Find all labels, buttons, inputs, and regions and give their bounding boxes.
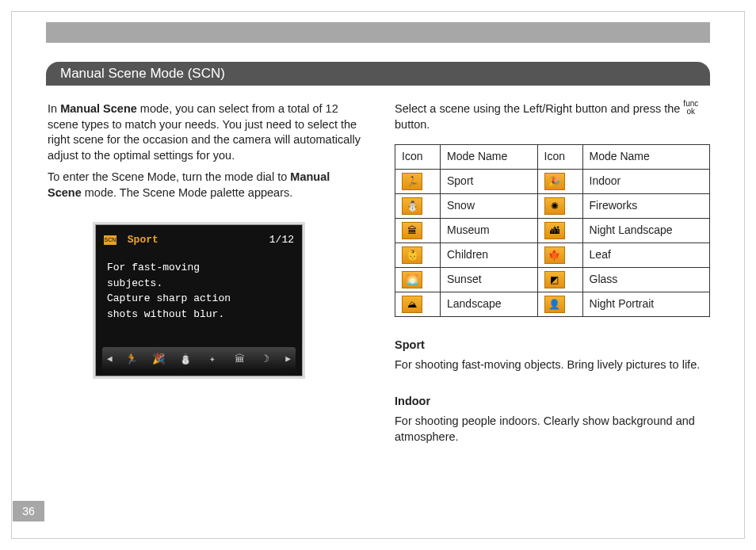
- lcd-description: For fast-moving subjects. Capture sharp …: [107, 260, 291, 322]
- table-row: 🌅 Sunset ◩ Glass: [395, 267, 710, 292]
- lcd-line: Capture sharp action: [107, 291, 291, 307]
- mode-name: Glass: [582, 267, 709, 292]
- table-header-row: Icon Mode Name Icon Mode Name: [395, 144, 710, 169]
- arrow-left-icon: ◀: [107, 353, 113, 365]
- scene-modes-table: Icon Mode Name Icon Mode Name 🏃 Sport 🎉 …: [395, 144, 710, 317]
- lcd-line: subjects.: [107, 276, 291, 292]
- mode-name: Museum: [441, 218, 538, 243]
- text: button.: [395, 118, 430, 131]
- landscape-icon: ⛰: [402, 296, 422, 313]
- text: mode. The Scene Mode palette appears.: [82, 186, 293, 199]
- thumb-sport-icon: 🏃: [124, 351, 139, 367]
- mode-name: Sport: [441, 169, 538, 193]
- mode-name: Fireworks: [582, 193, 709, 218]
- sport-heading: Sport: [395, 338, 710, 353]
- mode-name: Landscape: [441, 292, 538, 316]
- indoor-description: For shooting people indoors. Clearly sho…: [395, 414, 710, 445]
- thumb-sunset-icon: ☽: [258, 351, 274, 367]
- table-row: ⛄ Snow ✺ Fireworks: [395, 193, 710, 218]
- th-icon: Icon: [537, 144, 582, 169]
- th-name: Mode Name: [582, 144, 709, 169]
- thumb-fireworks-icon: ✦: [204, 351, 220, 367]
- museum-icon: 🏛: [402, 222, 422, 239]
- page-number: 36: [13, 501, 44, 521]
- night-portrait-icon: 👤: [544, 296, 565, 313]
- thumb-indoor-icon: 🎉: [151, 351, 166, 367]
- mode-name: Children: [441, 243, 538, 267]
- lcd-counter: 1/12: [269, 233, 294, 247]
- table-row: 👶 Children 🍁 Leaf: [395, 243, 710, 267]
- sport-description: For shooting fast-moving objects. Bring …: [395, 357, 710, 373]
- func-ok-icon: funcok: [683, 100, 698, 116]
- snow-icon: ⛄: [402, 197, 422, 215]
- mode-name: Sunset: [441, 267, 538, 292]
- text: To enter the Scene Mode, turn the mode d…: [48, 170, 290, 183]
- text: Select a scene using the Left/Right butt…: [395, 102, 683, 115]
- thumb-snow-icon: ⛄: [178, 351, 193, 367]
- lcd-header: SCN Sport 1/12: [104, 233, 294, 247]
- lcd-mode: SCN Sport: [104, 233, 158, 247]
- text: In: [48, 102, 60, 115]
- mode-name: Night Portrait: [582, 292, 709, 316]
- indoor-icon: 🎉: [544, 173, 565, 190]
- lcd-thumb-bar: ◀ 🏃 🎉 ⛄ ✦ 🏛 ☽ ▶: [102, 347, 296, 371]
- night-landscape-icon: 🏙: [544, 222, 565, 239]
- th-name: Mode Name: [441, 144, 538, 169]
- sport-icon: 🏃: [402, 173, 422, 190]
- left-column: In Manual Scene mode, you can select fro…: [48, 101, 365, 376]
- lcd-mode-label: Sport: [128, 234, 158, 246]
- arrow-right-icon: ▶: [285, 353, 291, 365]
- table-row: 🏃 Sport 🎉 Indoor: [395, 169, 710, 193]
- lcd-line: shots without blur.: [107, 307, 291, 323]
- section-title: Manual Scene Mode (SCN): [46, 62, 710, 86]
- intro-paragraph-1: In Manual Scene mode, you can select fro…: [48, 101, 365, 163]
- lcd-preview: SCN Sport 1/12 For fast-moving subjects.…: [95, 224, 303, 376]
- table-row: 🏛 Museum 🏙 Night Landscape: [395, 218, 710, 243]
- glass-icon: ◩: [544, 271, 565, 288]
- text-bold: Manual Scene: [60, 102, 137, 115]
- mode-name: Indoor: [582, 169, 709, 193]
- mode-name: Leaf: [582, 243, 709, 267]
- lcd-line: For fast-moving: [107, 260, 291, 276]
- header-bar: [46, 22, 710, 43]
- indoor-heading: Indoor: [395, 394, 710, 410]
- th-icon: Icon: [395, 144, 441, 169]
- instruction-text: Select a scene using the Left/Right butt…: [395, 101, 710, 133]
- mode-name: Snow: [441, 193, 538, 218]
- sunset-icon: 🌅: [402, 271, 422, 288]
- children-icon: 👶: [402, 246, 422, 264]
- leaf-icon: 🍁: [544, 246, 565, 264]
- fireworks-icon: ✺: [544, 197, 565, 215]
- intro-paragraph-2: To enter the Scene Mode, turn the mode d…: [48, 170, 365, 201]
- scn-badge-icon: SCN: [104, 235, 116, 245]
- table-row: ⛰ Landscape 👤 Night Portrait: [395, 292, 710, 316]
- thumb-museum-icon: 🏛: [231, 351, 247, 367]
- mode-name: Night Landscape: [582, 218, 709, 243]
- right-column: Select a scene using the Left/Right butt…: [395, 101, 710, 445]
